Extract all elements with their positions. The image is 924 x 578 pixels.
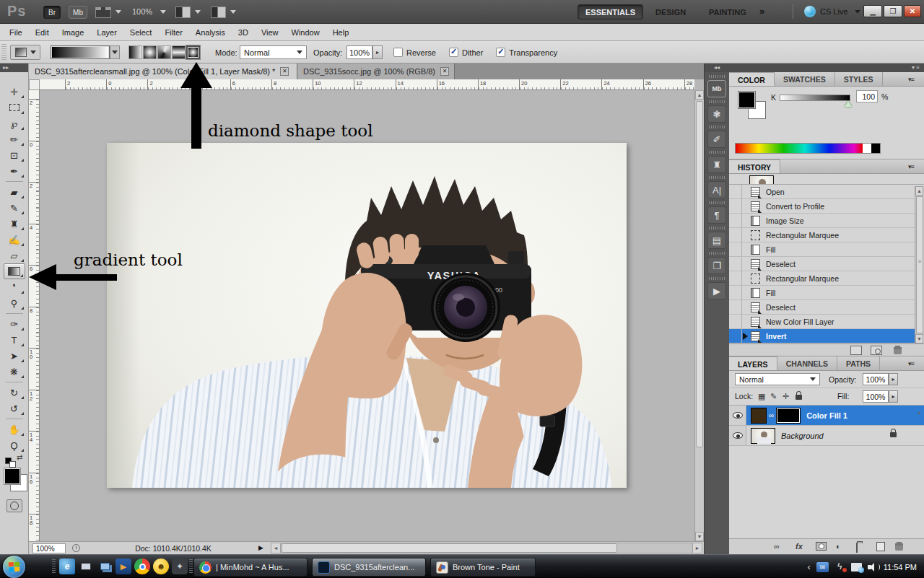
reflected-gradient-button[interactable] <box>172 45 186 59</box>
history-source-well[interactable] <box>729 242 742 256</box>
cs-live-icon[interactable] <box>804 6 816 17</box>
option-checkbox-item[interactable]: Transparency <box>496 48 557 57</box>
gradient-editor-preview[interactable] <box>51 45 110 59</box>
opacity-spinner[interactable]: ▸ <box>372 45 383 59</box>
history-item[interactable]: New Color Fill Layer <box>729 315 924 329</box>
gradient-picker-dropdown[interactable] <box>110 45 120 59</box>
visibility-cell[interactable] <box>729 406 746 425</box>
layer-fill-field[interactable]: 100% <box>863 390 889 403</box>
history-source-well[interactable] <box>729 214 742 227</box>
checkbox-icon[interactable] <box>449 48 458 57</box>
layer-row-background[interactable]: Background <box>729 426 924 446</box>
layer-name[interactable]: Background <box>781 432 824 440</box>
k-slider-track[interactable] <box>780 95 850 101</box>
k-value-field[interactable]: 100 <box>856 90 878 102</box>
eye-icon[interactable] <box>733 412 743 419</box>
layer-name[interactable]: Color Fill 1 <box>806 411 847 420</box>
opacity-field[interactable]: 100% <box>346 45 372 59</box>
tool-button[interactable]: ✏ <box>4 131 25 147</box>
taskbar-window-button[interactable]: DSC_9315afterclean... <box>312 558 426 577</box>
tool-button[interactable]: ↻ <box>4 385 25 400</box>
scroll-up-icon[interactable]: ▲ <box>695 90 704 100</box>
lock-position-icon[interactable]: ✛ <box>783 392 789 401</box>
scrollbar-thumb[interactable] <box>696 101 703 447</box>
lock-all-icon[interactable] <box>796 395 802 400</box>
history-panel-tab[interactable]: HISTORY <box>729 159 780 173</box>
add-layer-mask-icon[interactable] <box>816 542 827 551</box>
panel-tab[interactable]: CHANNELS <box>777 356 837 370</box>
menu-item[interactable]: Select <box>123 24 159 41</box>
history-source-well[interactable] <box>729 329 742 343</box>
ruler-origin-corner[interactable] <box>29 79 40 90</box>
history-item[interactable]: Convert to Profile <box>729 199 924 214</box>
tool-button[interactable]: ▱ <box>4 248 25 263</box>
horizontal-scrollbar[interactable]: ◄ ► <box>271 543 702 553</box>
workspace-tab[interactable]: DESIGN <box>648 4 693 19</box>
dock-panel-button[interactable]: A| <box>707 181 726 198</box>
snapshot-thumbnail[interactable] <box>749 175 774 185</box>
tool-button[interactable]: ✎ <box>4 200 25 216</box>
workspace-tab[interactable]: ESSENTIALS <box>578 4 643 19</box>
history-item[interactable]: Open <box>729 185 924 199</box>
layer-row-color-fill[interactable]: ∞ Color Fill 1 ▲ <box>729 406 924 426</box>
workspace-overflow-chevron[interactable]: » <box>759 6 764 17</box>
history-scrollbar[interactable]: ▲ ▼ <box>915 186 924 343</box>
dock-panel-button[interactable]: Mb <box>707 80 726 97</box>
canvas-area[interactable]: YASHICA 2000 <box>40 90 694 541</box>
network-tray-icon[interactable] <box>851 563 862 572</box>
scroll-left-icon[interactable]: ◄ <box>271 543 281 553</box>
chevron-down-icon[interactable] <box>230 10 236 14</box>
dock-panel-button[interactable]: ¶ <box>707 206 726 224</box>
tool-button[interactable]: ✒ <box>4 163 25 179</box>
panel-menu-icon[interactable] <box>908 76 920 83</box>
tool-button[interactable]: ❋ <box>4 364 25 380</box>
minimize-button[interactable]: ▁ <box>863 5 882 17</box>
dock-panel-button[interactable]: ❐ <box>707 257 726 274</box>
workspace-tab[interactable]: PAINTING <box>702 4 754 19</box>
menu-item[interactable]: File <box>3 24 29 41</box>
menu-item[interactable]: Filter <box>158 24 188 41</box>
zoom-level-control[interactable]: 100% <box>132 7 152 16</box>
dock-panel-button[interactable]: ❃ <box>707 105 726 123</box>
new-snapshot-icon[interactable] <box>871 346 882 355</box>
history-source-well[interactable] <box>729 286 742 299</box>
layer-thumbnail[interactable] <box>751 428 775 444</box>
menu-item[interactable]: Layer <box>90 24 123 41</box>
blend-mode-dropdown[interactable]: Normal <box>240 45 307 59</box>
document-tab[interactable]: DSC_9315socc.jpg @ 100% (RGB/8) <box>297 64 455 79</box>
history-source-well[interactable] <box>729 185 742 198</box>
link-layers-icon[interactable]: ∞ <box>774 542 780 551</box>
history-item[interactable]: Image Size <box>729 214 924 228</box>
tool-button[interactable]: ⊡ <box>4 147 25 163</box>
chevron-down-icon[interactable] <box>160 10 166 14</box>
linear-gradient-button[interactable] <box>128 45 142 59</box>
default-swap-colors[interactable]: ⇄ <box>5 455 24 466</box>
checkbox-icon[interactable] <box>393 48 403 57</box>
vertical-scrollbar[interactable]: ▲ ▼ <box>694 90 704 541</box>
close-icon[interactable] <box>280 67 289 76</box>
tool-button[interactable] <box>4 100 25 115</box>
menu-item[interactable]: Analysis <box>189 24 232 41</box>
history-source-well[interactable] <box>729 300 742 314</box>
mail-tray-icon[interactable]: ✉ <box>816 562 829 572</box>
pinned-app-icon[interactable]: ✦ <box>172 559 188 574</box>
panel-menu-icon[interactable] <box>908 163 920 170</box>
panel-tab[interactable]: LAYERS <box>729 356 777 370</box>
menu-item[interactable]: Image <box>56 24 91 41</box>
history-item[interactable]: Fill <box>729 286 924 300</box>
panel-tab[interactable]: PATHS <box>837 356 880 370</box>
option-checkbox-item[interactable]: Reverse <box>393 48 436 57</box>
radial-gradient-button[interactable] <box>143 45 157 59</box>
internet-explorer-icon[interactable]: e <box>59 559 75 574</box>
dock-panel-button[interactable]: ▤ <box>707 232 726 249</box>
layer-blend-mode-dropdown[interactable]: Normal <box>735 373 820 385</box>
tool-button[interactable] <box>4 263 25 279</box>
close-icon[interactable] <box>440 67 449 76</box>
foreground-color-swatch[interactable] <box>4 468 21 485</box>
new-document-from-state-icon[interactable] <box>850 346 862 355</box>
messenger-icon[interactable]: ☻ <box>153 559 169 574</box>
tool-button[interactable]: ⚲ <box>4 295 25 311</box>
screen-mode-icon[interactable] <box>211 6 226 18</box>
menu-item[interactable]: Window <box>285 24 326 41</box>
delete-state-icon[interactable] <box>894 346 902 355</box>
